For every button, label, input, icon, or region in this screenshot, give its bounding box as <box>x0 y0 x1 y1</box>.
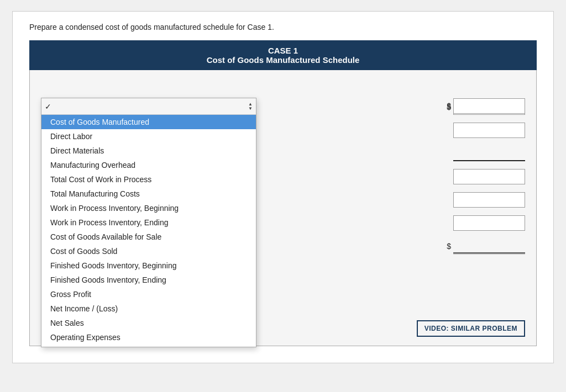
row1-input-group: $ <box>447 98 525 114</box>
schedule-title-line2: Cost of Goods Manufactured Schedule <box>29 55 537 65</box>
dropdown-open-overlay[interactable]: ✓ ▲ ▼ Cost of Goods Manufactured Direct … <box>41 98 256 347</box>
dropdown-top-row: ✓ ▲ ▼ <box>41 98 256 115</box>
dropdown-option[interactable]: Cost of Goods Sold <box>41 244 256 258</box>
dropdown-option[interactable]: Direct Labor <box>41 129 256 144</box>
dropdown-option[interactable]: Gross Profit <box>41 287 256 301</box>
row8-dollar-sign: $ <box>447 242 451 251</box>
schedule-body: ✓ ▲ ▼ Cost of Goods Manufactured Direct … <box>29 70 537 346</box>
dropdown-option[interactable]: Finished Goods Inventory, Beginning <box>41 258 256 273</box>
row7-input[interactable] <box>453 215 525 231</box>
instruction-text: Prepare a condensed cost of goods manufa… <box>29 23 537 31</box>
dropdown-option[interactable]: Operating Expenses <box>41 330 256 345</box>
row4-input[interactable] <box>453 146 525 161</box>
dropdown-option[interactable]: Work in Process Inventory, Ending <box>41 215 256 230</box>
row6-right <box>339 192 525 208</box>
row8-right: $ <box>339 239 525 254</box>
dropdown-option-selected[interactable]: Cost of Goods Manufactured <box>41 115 256 129</box>
row7-right <box>339 215 525 231</box>
dropdown-option[interactable]: Sales Revenue <box>41 345 256 347</box>
row1-input[interactable] <box>453 98 525 114</box>
dropdown-option[interactable]: Direct Materials <box>41 144 256 158</box>
dropdown-option[interactable]: Finished Goods Inventory, Ending <box>41 273 256 287</box>
dropdown-option[interactable]: Manufacturing Overhead <box>41 158 256 172</box>
checkmark-icon: ✓ <box>45 102 248 111</box>
dropdown-spinner[interactable]: ▲ ▼ <box>248 102 253 111</box>
row3-input[interactable] <box>453 123 525 138</box>
video-similar-problem-button[interactable]: VIDEO: SIMILAR PROBLEM <box>417 320 525 337</box>
row3-right <box>339 123 525 138</box>
page-container: Prepare a condensed cost of goods manufa… <box>12 11 554 363</box>
row5-right <box>339 169 525 184</box>
dropdown-option[interactable]: Cost of Goods Available for Sale <box>41 230 256 244</box>
rows-container: ✓ ▲ ▼ Cost of Goods Manufactured Direct … <box>41 98 525 256</box>
row6-input[interactable] <box>453 192 525 208</box>
dropdown-option[interactable]: Total Cost of Work in Process <box>41 172 256 187</box>
schedule-title-line1: CASE 1 <box>29 46 537 55</box>
row5-input[interactable] <box>453 169 525 184</box>
row1-dollar-sign: $ <box>447 102 451 110</box>
row4-right <box>339 146 525 161</box>
dropdown-option[interactable]: Net Income / (Loss) <box>41 301 256 316</box>
dropdown-list[interactable]: Cost of Goods Manufactured Direct Labor … <box>41 115 256 347</box>
dropdown-option[interactable]: Total Manufacturing Costs <box>41 187 256 201</box>
row8-input[interactable] <box>453 239 525 254</box>
schedule-header: CASE 1 Cost of Goods Manufactured Schedu… <box>29 40 537 70</box>
dropdown-option[interactable]: Net Sales <box>41 316 256 330</box>
dropdown-option[interactable]: Work in Process Inventory, Beginning <box>41 201 256 215</box>
